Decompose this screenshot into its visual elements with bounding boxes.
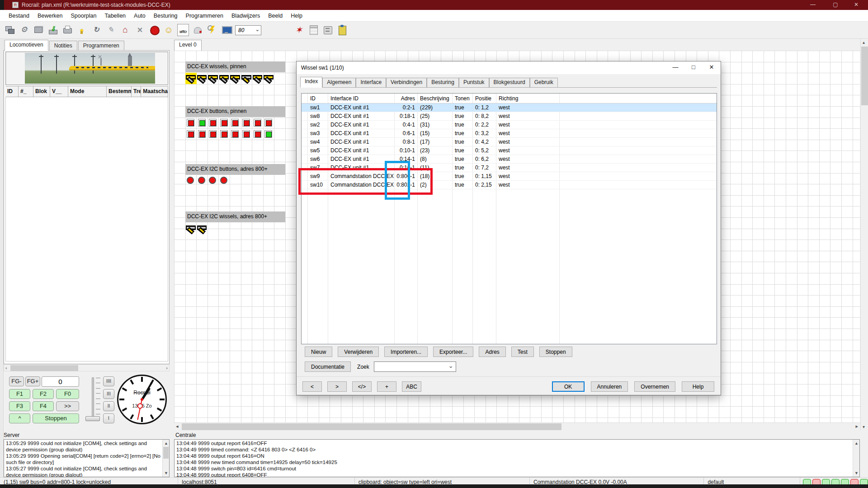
print-icon[interactable] (61, 24, 73, 36)
turnout-symbol[interactable] (252, 73, 264, 84)
turnout-symbol[interactable] (197, 223, 208, 235)
maximize-button[interactable]: ▢ (826, 0, 845, 10)
locomotive-table-body[interactable] (5, 97, 168, 361)
scroll-up-icon[interactable]: ▲ (854, 440, 859, 446)
turnout-symbol[interactable] (185, 73, 197, 84)
nav-button[interactable]: + (377, 381, 396, 392)
output-button[interactable] (185, 117, 197, 129)
scrollbar-thumb[interactable] (163, 447, 169, 459)
minimize-button[interactable]: — (803, 0, 823, 10)
undo-icon[interactable] (90, 24, 102, 36)
dialog-maximize-button[interactable]: □ (684, 61, 703, 74)
output-button[interactable] (241, 129, 252, 140)
close-button[interactable]: ✕ (846, 0, 866, 10)
fg-minus-button[interactable]: FG- (9, 376, 24, 386)
f0-button[interactable]: F0 (56, 389, 79, 399)
left-horizontal-scrollbar[interactable]: ‹ › (4, 364, 170, 371)
table-row[interactable]: sw4 DCC-EX unit #1 0:8-1 (17) true 0: 4,… (302, 138, 717, 146)
f4-button[interactable]: F4 (33, 401, 54, 411)
dialog-button[interactable]: Verwijderen (338, 347, 379, 357)
stop-button[interactable]: Stoppen (33, 413, 79, 423)
dialog-tab[interactable]: Puntstuk (459, 78, 489, 87)
menu-item[interactable]: Help (287, 11, 307, 21)
action-button[interactable]: Help (682, 381, 714, 392)
table-row[interactable]: sw5 DCC-EX unit #1 0:10-1 (23) true 0: 5… (302, 146, 717, 155)
zoom-level-combo[interactable]: 80 (235, 25, 261, 35)
menu-item[interactable]: Besturing (150, 11, 182, 21)
output-button[interactable] (241, 117, 252, 129)
nav-button[interactable]: ABC (402, 381, 421, 392)
output-button[interactable] (197, 129, 208, 140)
i2c-output-button[interactable] (197, 175, 208, 187)
scroll-right-icon[interactable]: › (166, 365, 168, 371)
scroll-right-icon[interactable]: ▸ (855, 423, 858, 429)
left-tab[interactable]: Notities (49, 41, 77, 51)
open-workspace-icon[interactable] (33, 24, 44, 36)
column-header[interactable]: Beschrijving (417, 95, 452, 102)
scrollbar-thumb[interactable] (861, 47, 868, 105)
column-header[interactable]: Maatscha (141, 86, 168, 97)
column-header[interactable]: Adres (394, 95, 417, 102)
output-button[interactable] (252, 117, 264, 129)
menu-item[interactable]: Beeld (264, 11, 287, 21)
dome-lamp-icon[interactable] (192, 24, 203, 36)
turnout-symbol[interactable] (197, 73, 208, 84)
power-icon[interactable] (206, 24, 218, 36)
f1-button[interactable]: F1 (9, 389, 30, 399)
table-row[interactable]: sw8 DCC-EX unit #1 0:18-1 (25) true 0: 8… (302, 112, 717, 121)
column-header[interactable]: Tonen (452, 95, 472, 102)
turnout-symbol[interactable] (185, 223, 197, 235)
search-combobox[interactable] (374, 361, 456, 372)
throttle-slider-track[interactable] (92, 377, 94, 420)
scroll-up-icon[interactable]: ▲ (164, 440, 168, 446)
scroll-down-icon[interactable]: ▼ (164, 470, 168, 476)
zoom-fit-icon[interactable] (278, 24, 290, 36)
speed-step-1-button[interactable]: I (103, 413, 114, 423)
power-lamp-icon[interactable] (76, 24, 88, 36)
menu-item[interactable]: Bestand (5, 11, 33, 21)
turnout-symbol[interactable] (230, 73, 241, 84)
speed-step-3-button[interactable]: III (103, 389, 114, 399)
dialog-close-button[interactable]: ✕ (703, 61, 721, 74)
table-row[interactable]: sw6 DCC-EX unit #1 0:14-1 (8) true 0: 6,… (302, 155, 717, 164)
table-row[interactable]: sw3 DCC-EX unit #1 0:6-1 (15) true 0: 3,… (302, 129, 717, 138)
i2c-output-button[interactable] (219, 175, 230, 187)
direction-button[interactable]: ^ (9, 413, 30, 423)
turnout-symbol[interactable] (208, 73, 219, 84)
auto-mode-icon[interactable] (163, 24, 175, 36)
menu-item[interactable]: Spoorplan (66, 11, 100, 21)
menu-item[interactable]: Bladwijzers (227, 11, 264, 21)
server-log-scrollbar[interactable]: ▲ ▼ (162, 440, 169, 477)
output-button[interactable] (185, 129, 197, 140)
scroll-down-icon[interactable]: ▼ (854, 470, 859, 476)
i2c-output-button[interactable] (208, 175, 219, 187)
clipboard-icon[interactable] (336, 24, 348, 36)
more-functions-button[interactable]: >> (56, 401, 79, 411)
dialog-tab[interactable]: Verbindingen (386, 78, 427, 87)
column-header[interactable]: Blok (33, 86, 50, 97)
column-header[interactable]: Mode (68, 86, 107, 97)
turnout-symbol[interactable] (241, 73, 252, 84)
scroll-down-icon[interactable]: ▾ (863, 424, 865, 429)
action-button[interactable]: Annuleren (591, 381, 628, 392)
documentation-button[interactable]: Documentatie (305, 361, 351, 372)
dialog-tab[interactable]: Algemeen (322, 78, 356, 87)
central-log-scrollbar[interactable]: ▲ ▼ (853, 440, 859, 477)
dialog-button[interactable]: Adres (479, 347, 505, 357)
close-icon[interactable] (134, 24, 146, 36)
nav-button[interactable]: < (302, 381, 322, 392)
left-tab[interactable]: Programmeren (78, 41, 124, 51)
save-icon[interactable] (47, 24, 59, 36)
display-icon[interactable] (221, 24, 232, 36)
dialog-tab[interactable]: Besturing (427, 78, 459, 87)
left-tab[interactable]: Locomotieven (5, 40, 48, 51)
action-button[interactable]: OK (552, 381, 585, 392)
left-splitter[interactable] (0, 39, 4, 477)
plan-vertical-scrollbar[interactable]: ▴ ▾ (860, 39, 868, 430)
nav-button[interactable]: > (327, 381, 347, 392)
alert-icon[interactable] (293, 24, 305, 36)
turnout-symbol[interactable] (219, 73, 230, 84)
dialog-tab[interactable]: Index (300, 77, 322, 88)
scrollbar-thumb[interactable] (10, 365, 78, 371)
dialog-button[interactable]: Exporteer... (433, 347, 473, 357)
